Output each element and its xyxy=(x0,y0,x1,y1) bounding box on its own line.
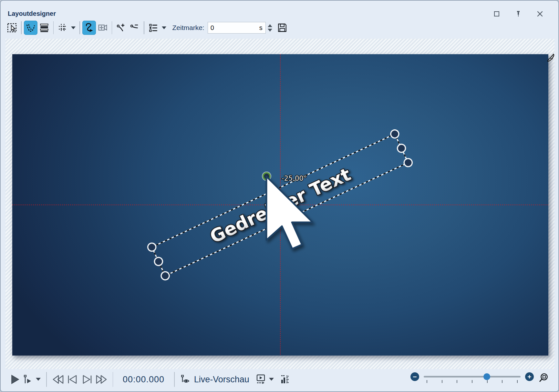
zeitmarke-unit: s xyxy=(259,24,263,32)
maximize-icon xyxy=(494,11,500,17)
play-from-marker-button[interactable] xyxy=(23,374,33,385)
zoom-slider[interactable] xyxy=(424,372,521,384)
list-tool-button[interactable] xyxy=(147,21,160,35)
skip-to-start-button[interactable] xyxy=(52,375,64,384)
canvas-zoom-controls: − + xyxy=(410,372,549,384)
chevron-down-icon xyxy=(269,378,274,381)
minus-icon: − xyxy=(413,373,417,380)
maximize-button[interactable] xyxy=(493,10,500,17)
toolbar-separator xyxy=(53,21,54,34)
zeitmarke-input[interactable] xyxy=(208,24,247,32)
preview-mode-button[interactable] xyxy=(255,374,266,385)
curve-path-tool-button[interactable] xyxy=(24,21,37,35)
pin-button[interactable] xyxy=(515,10,522,17)
window-title: Layoutdesigner xyxy=(8,10,56,17)
layers-tool-button[interactable] xyxy=(37,21,51,35)
skip-to-start-icon xyxy=(52,375,64,384)
preview-window-icon xyxy=(255,374,266,385)
step-forward-icon xyxy=(81,375,92,384)
zoom-slider-ticks xyxy=(427,380,518,383)
handle-top-right[interactable] xyxy=(389,129,400,139)
play-options-dropdown[interactable] xyxy=(36,378,41,381)
play-from-marker-icon xyxy=(23,374,33,385)
titlebar: Layoutdesigner xyxy=(1,1,558,19)
live-preview-label: Live-Vorschau xyxy=(194,375,249,385)
pin-eye-icon xyxy=(180,374,190,385)
step-back-button[interactable] xyxy=(67,375,78,384)
handle-top-left[interactable] xyxy=(147,242,157,252)
zeitmarke-label: Zeitmarke: xyxy=(172,24,204,32)
live-preview-pin-icon xyxy=(180,374,190,385)
list-dropdown-button[interactable] xyxy=(160,21,168,35)
rotation-angle-badge: -25,00° xyxy=(282,175,307,182)
layers-tool-icon xyxy=(39,23,49,33)
step-back-icon xyxy=(67,375,78,384)
toolbar-separator xyxy=(112,21,112,34)
zeitmarke-spinner xyxy=(268,24,272,32)
save-icon xyxy=(277,23,287,33)
handle-bottom-left[interactable] xyxy=(160,270,171,281)
select-tool-button[interactable] xyxy=(5,21,19,35)
grid-dropdown-button[interactable] xyxy=(69,21,77,35)
window-controls xyxy=(493,10,543,17)
camera-pan-tool-icon xyxy=(98,23,108,33)
bottombar-separator xyxy=(113,372,113,387)
skip-to-end-button[interactable] xyxy=(96,375,107,384)
spin-up-button[interactable] xyxy=(268,24,272,27)
pin-icon xyxy=(515,11,521,17)
zeitmarke-field: s xyxy=(208,22,266,34)
toolbar-separator xyxy=(144,21,144,34)
grid-tool-icon xyxy=(57,23,68,33)
levels-ruler-button[interactable] xyxy=(280,374,290,385)
spin-down-button[interactable] xyxy=(268,29,272,32)
save-button[interactable] xyxy=(275,21,289,35)
s-curve-tool-icon xyxy=(84,23,94,33)
handle-bottom-right[interactable] xyxy=(403,157,413,168)
handle-mid-right[interactable] xyxy=(396,143,407,154)
playback-bar: 00:00.000 Live-Vorschau xyxy=(1,369,558,389)
preview-mode-dropdown[interactable] xyxy=(269,378,274,381)
zoom-in-button[interactable]: + xyxy=(525,372,534,381)
bottombar-separator xyxy=(46,372,47,387)
toolbar-separator xyxy=(79,21,80,34)
zoom-slider-thumb[interactable] xyxy=(483,373,490,380)
play-button[interactable] xyxy=(10,374,20,385)
grid-tool-button[interactable] xyxy=(56,21,69,35)
layoutdesigner-window: Layoutdesigner xyxy=(0,0,559,392)
toolbar: Zeitmarke: s xyxy=(5,19,289,37)
keyframe-add-icon xyxy=(116,23,126,33)
handle-mid-left[interactable] xyxy=(153,256,164,267)
step-forward-button[interactable] xyxy=(81,375,92,384)
brush-icon[interactable] xyxy=(547,54,554,63)
canvas-overlay: Gedrehter Text -25,00° xyxy=(12,54,548,356)
levels-ruler-icon xyxy=(280,374,290,385)
zoom-fit-icon xyxy=(538,373,549,383)
select-tool-icon xyxy=(7,23,17,33)
keyframe-remove-button[interactable] xyxy=(128,21,141,35)
s-curve-tool-button[interactable] xyxy=(82,21,96,35)
chevron-down-icon xyxy=(162,26,166,29)
chevron-down-icon xyxy=(36,378,41,381)
design-canvas[interactable]: Gedrehter Text -25,00° xyxy=(12,54,548,356)
zoom-slider-track[interactable] xyxy=(424,376,521,377)
chevron-down-icon xyxy=(71,26,76,29)
close-icon xyxy=(537,11,543,17)
toolbar-separator xyxy=(21,21,22,34)
close-button[interactable] xyxy=(536,10,543,17)
zoom-out-button[interactable]: − xyxy=(410,372,419,381)
play-icon xyxy=(10,374,20,385)
skip-to-end-icon xyxy=(96,375,107,384)
workspace: Gedrehter Text -25,00° xyxy=(5,39,554,369)
keyframe-add-button[interactable] xyxy=(114,21,128,35)
plus-icon: + xyxy=(527,373,531,380)
camera-pan-tool-button[interactable] xyxy=(96,21,109,35)
zoom-fit-button[interactable] xyxy=(538,373,549,384)
list-tool-icon xyxy=(148,23,159,33)
curve-path-tool-icon xyxy=(26,23,36,33)
timecode-display: 00:00.000 xyxy=(123,375,164,385)
keyframe-remove-icon xyxy=(129,23,140,33)
bottombar-separator xyxy=(174,372,175,387)
